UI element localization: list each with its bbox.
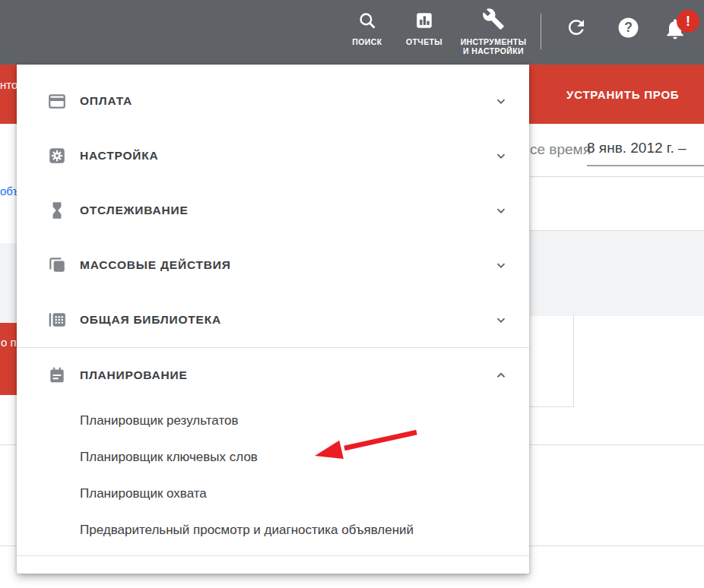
chevron-down-icon (494, 313, 508, 327)
menu-section-label: ОТСЛЕЖИВАНИЕ (80, 204, 494, 217)
library-icon (47, 310, 67, 330)
toolbar-band (0, 243, 17, 323)
copy-icon (47, 255, 67, 275)
reports-button[interactable]: ОТЧЕТЫ (398, 11, 451, 46)
menu-section-payment[interactable]: ОПЛАТА (17, 74, 529, 128)
chevron-down-icon (494, 149, 508, 163)
menu-section-bulk-actions[interactable]: МАССОВЫЕ ДЕЙСТВИЯ (17, 238, 529, 292)
menu-section-setup[interactable]: НАСТРОЙКА (17, 128, 529, 183)
refresh-button[interactable] (560, 12, 593, 46)
card-border (530, 406, 574, 407)
error-card: о п (0, 323, 17, 395)
topbar-divider (541, 14, 541, 49)
menu-item-ad-preview-diagnosis[interactable]: Предварительный просмотр и диагностика о… (17, 512, 529, 548)
notification-badge: ! (677, 10, 699, 33)
reports-button-label: ОТЧЕТЫ (406, 37, 442, 46)
app-top-bar: ПОИСК ОТЧЕТЫ ИНСТРУМЕНТЫ И НАСТРОЙКИ (0, 0, 704, 65)
divider (530, 176, 704, 177)
tools-button-label: ИНСТРУМЕНТЫ И НАСТРОЙКИ (461, 37, 527, 55)
menu-section-planning[interactable]: ПЛАНИРОВАНИЕ (17, 348, 529, 403)
fix-problem-button[interactable]: УСТРАНИТЬ ПРОБ (566, 65, 704, 124)
menu-section-label: НАСТРОЙКА (80, 149, 494, 163)
help-icon: ? (617, 16, 640, 43)
menu-section-shared-library[interactable]: ОБЩАЯ БИБЛИОТЕКА (17, 292, 529, 347)
link-text-fragment[interactable]: объ (0, 185, 17, 198)
date-range-preset-label: се время (530, 141, 591, 158)
menu-section-label: ПЛАНИРОВАНИЕ (80, 368, 494, 382)
search-button[interactable]: ПОИСК (341, 11, 394, 46)
menu-item-performance-planner[interactable]: Планировщик результатов (17, 403, 529, 439)
tools-and-settings-button[interactable]: ИНСТРУМЕНТЫ И НАСТРОЙКИ (448, 8, 539, 55)
card-border (573, 315, 574, 406)
chevron-down-icon (494, 204, 508, 217)
gear-icon (47, 146, 67, 166)
chevron-up-icon (494, 368, 508, 382)
menu-section-label: МАССОВЫЕ ДЕЙСТВИЯ (80, 258, 494, 272)
hourglass-icon (47, 201, 67, 220)
refresh-icon (565, 16, 588, 42)
chevron-down-icon (494, 94, 508, 108)
menu-section-label: ОПЛАТА (80, 94, 494, 108)
menu-section-tracking[interactable]: ОТСЛЕЖИВАНИЕ (17, 183, 529, 238)
search-button-label: ПОИСК (352, 37, 382, 46)
svg-text:?: ? (624, 20, 633, 35)
date-range-selector[interactable]: 8 янв. 2012 г. – (587, 140, 687, 156)
chevron-down-icon (494, 258, 508, 272)
toolbar-band (530, 230, 704, 316)
planning-icon (47, 365, 67, 385)
error-banner-text-fragment: нто (0, 78, 17, 91)
search-icon (357, 11, 377, 33)
menu-divider (17, 555, 529, 556)
menu-item-reach-planner[interactable]: Планировщик охвата (17, 476, 529, 512)
red-arrow-annotation (310, 425, 420, 463)
bar-chart-icon (414, 11, 434, 33)
menu-item-keyword-planner[interactable]: Планировщик ключевых слов (17, 439, 529, 476)
spacer (17, 548, 529, 555)
tools-settings-menu: ОПЛАТА (17, 65, 529, 574)
wrench-icon (482, 8, 505, 33)
help-button[interactable]: ? (611, 12, 645, 46)
error-card-text-fragment: о п (1, 336, 17, 349)
google-ads-screen: нто УСТРАНИТЬ ПРОБ се время 8 янв. 2012 … (0, 0, 704, 588)
date-range-underline (587, 165, 704, 166)
credit-card-icon (47, 91, 67, 111)
menu-section-label: ОБЩАЯ БИБЛИОТЕКА (80, 313, 494, 327)
